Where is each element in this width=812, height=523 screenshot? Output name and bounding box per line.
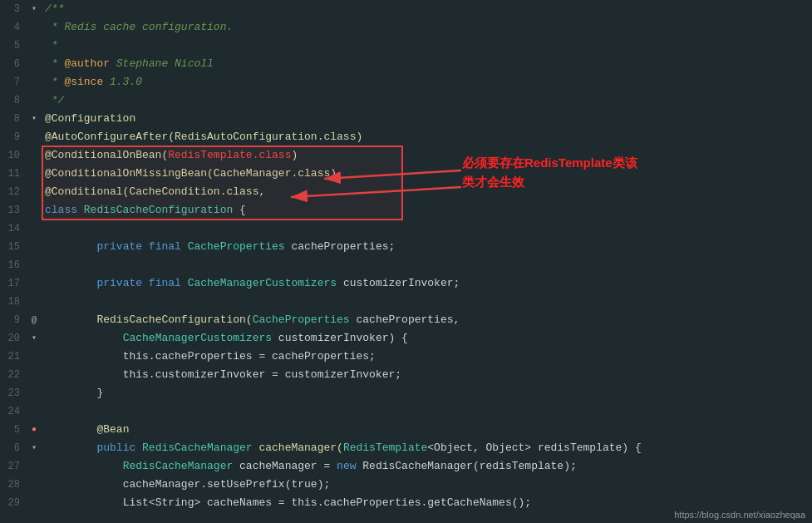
annotation-text: 必须要存在RedisTemplate类该类才会生效 <box>462 154 645 191</box>
annotation-arrow <box>0 0 812 523</box>
svg-line-1 <box>291 187 461 197</box>
watermark: https://blog.csdn.net/xiaozheqaa <box>674 510 805 520</box>
code-editor: 3▾/**4 * Redis cache configuration.5 *6 … <box>0 0 812 523</box>
svg-line-0 <box>324 170 461 179</box>
